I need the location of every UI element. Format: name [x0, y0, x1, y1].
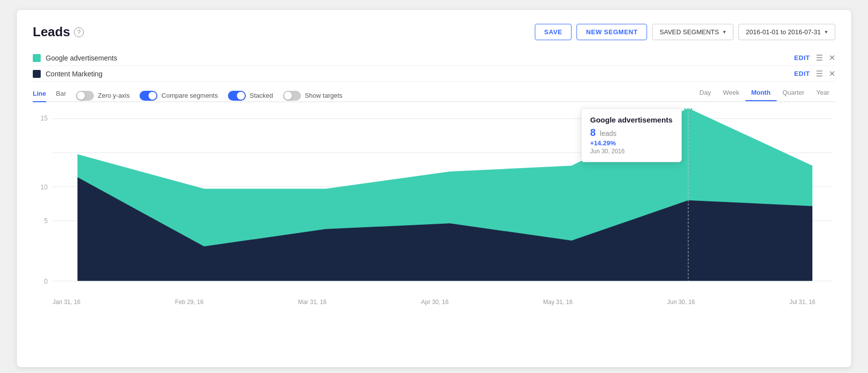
legend-row-content: Content Marketing EDIT ☰ ✕	[33, 66, 835, 82]
toggle-switch-zero-y[interactable]	[76, 91, 94, 101]
header-row: Leads ? SAVE NEW SEGMENT SAVED SEGMENTS …	[33, 24, 835, 40]
toggle-switch-stacked[interactable]	[228, 91, 246, 101]
tab-bar[interactable]: Bar	[56, 90, 66, 101]
tooltip-title: Google advertisements	[590, 116, 673, 124]
time-btn-quarter[interactable]: Quarter	[777, 89, 810, 101]
legend-swatch-google	[33, 54, 41, 62]
legend-swatch-content	[33, 70, 41, 78]
help-icon[interactable]: ?	[74, 27, 84, 37]
toggle-stacked: Stacked	[228, 91, 273, 101]
chart-toolbar: Line Bar Zero y-axis Compare segments St…	[33, 90, 835, 102]
tooltip-value: 8	[590, 127, 596, 138]
time-btn-month[interactable]: Month	[745, 89, 777, 101]
tooltip-change: +14.29%	[590, 139, 673, 147]
chart-svg: 15 10 5 0	[33, 108, 835, 297]
x-label-mar: Mar 31, 16	[298, 299, 326, 306]
chart-area: 15 10 5 0 Google advertisements 8 leads …	[33, 108, 835, 297]
legend-section: Google advertisements EDIT ☰ ✕ Content M…	[33, 50, 835, 82]
menu-icon-content[interactable]: ☰	[816, 69, 823, 78]
main-card: Leads ? SAVE NEW SEGMENT SAVED SEGMENTS …	[17, 10, 851, 367]
svg-text:10: 10	[41, 183, 48, 190]
x-label-jul: Jul 31, 16	[790, 299, 815, 306]
chevron-down-icon: ▾	[825, 29, 828, 35]
legend-label-content: Content Marketing	[46, 70, 102, 78]
toggle-label-targets: Show targets	[305, 92, 343, 99]
time-btn-year[interactable]: Year	[810, 89, 835, 101]
toggle-label-zero-y: Zero y-axis	[98, 92, 130, 99]
date-range-dropdown[interactable]: 2016-01-01 to 2016-07-31 ▾	[738, 24, 835, 40]
tooltip-date: Jun 30, 2016	[590, 148, 673, 155]
edit-content-link[interactable]: EDIT	[794, 70, 810, 77]
toggle-switch-targets[interactable]	[283, 91, 301, 101]
x-labels: Jan 31, 16 Feb 29, 16 Mar 31, 16 Apr 30,…	[33, 299, 835, 306]
new-segment-button[interactable]: NEW SEGMENT	[577, 24, 647, 40]
time-btn-day[interactable]: Day	[694, 89, 717, 101]
toggle-zero-y: Zero y-axis	[76, 91, 130, 101]
legend-row-google: Google advertisements EDIT ☰ ✕	[33, 50, 835, 66]
page-title-area: Leads ?	[33, 24, 84, 40]
svg-text:0: 0	[44, 277, 48, 285]
menu-icon-google[interactable]: ☰	[816, 53, 823, 62]
toggle-label-compare: Compare segments	[161, 92, 217, 99]
toggle-label-stacked: Stacked	[250, 92, 273, 99]
toggle-switch-compare[interactable]	[140, 91, 157, 101]
x-label-feb: Feb 29, 16	[175, 299, 203, 306]
header-actions: SAVE NEW SEGMENT SAVED SEGMENTS ▾ 2016-0…	[535, 24, 835, 40]
toggle-targets: Show targets	[283, 91, 343, 101]
legend-label-google: Google advertisements	[46, 54, 117, 62]
toggle-compare: Compare segments	[140, 91, 217, 101]
saved-segments-dropdown[interactable]: SAVED SEGMENTS ▾	[652, 24, 733, 40]
time-btn-week[interactable]: Week	[717, 89, 745, 101]
x-label-jun: Jun 30, 16	[667, 299, 695, 306]
tooltip-unit: leads	[600, 129, 616, 137]
save-button[interactable]: SAVE	[535, 24, 572, 40]
page-title: Leads	[33, 24, 70, 40]
x-label-apr: Apr 30, 16	[421, 299, 448, 306]
close-icon-google[interactable]: ✕	[829, 53, 835, 62]
svg-text:15: 15	[41, 115, 48, 122]
tooltip-box: Google advertisements 8 leads +14.29% Ju…	[581, 108, 682, 162]
chevron-down-icon: ▾	[723, 29, 726, 35]
edit-google-link[interactable]: EDIT	[794, 54, 810, 62]
time-selector: Day Week Month Quarter Year	[694, 89, 835, 101]
x-label-may: May 31, 16	[543, 299, 573, 306]
x-label-jan: Jan 31, 16	[53, 299, 80, 306]
svg-text:5: 5	[44, 217, 48, 225]
close-icon-content[interactable]: ✕	[829, 69, 835, 78]
tab-line[interactable]: Line	[33, 90, 46, 101]
